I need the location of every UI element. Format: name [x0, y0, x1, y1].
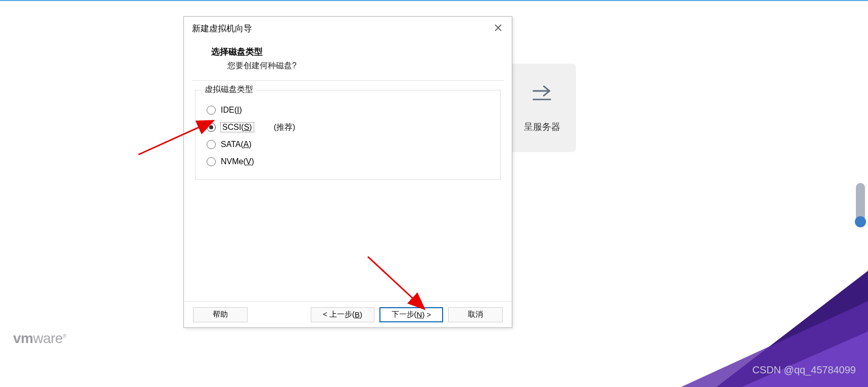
radio-scsi[interactable]: SCSI(S) (推荐) [207, 119, 491, 136]
radio-icon [207, 140, 216, 149]
bg-card-connect-server[interactable]: 呈服务器 [508, 64, 576, 152]
server-arrow-icon [531, 83, 553, 108]
dialog-title: 新建虚拟机向导 [192, 23, 252, 34]
page-subtext: 您要创建何种磁盘? [227, 61, 495, 71]
header-divider [192, 80, 504, 81]
cancel-button[interactable]: 取消 [448, 307, 503, 322]
radio-icon [207, 106, 216, 115]
back-button[interactable]: < 上一步(B) [311, 307, 374, 322]
right-scroll-indicator[interactable] [856, 183, 865, 224]
radio-scsi-hint: (推荐) [274, 122, 296, 133]
radio-ide-label: IDE(I) [221, 106, 242, 115]
radio-sata-label: SATA(A) [221, 140, 252, 149]
radio-icon [207, 123, 216, 132]
titlebar: 新建虚拟机向导 [184, 17, 512, 41]
wizard-header: 选择磁盘类型 您要创建何种磁盘? [184, 41, 512, 80]
bg-card-label: 呈服务器 [524, 121, 560, 133]
button-bar: 帮助 < 上一步(B) 下一步(N) > 取消 [184, 301, 512, 327]
radio-icon [207, 157, 216, 166]
disk-type-group: 虚拟磁盘类型 IDE(I) SCSI(S) (推荐) SATA(A) NVMe(… [195, 90, 501, 180]
top-border [0, 0, 868, 1]
radio-scsi-label: SCSI(S) [221, 123, 254, 132]
next-button[interactable]: 下一步(N) > [379, 307, 443, 322]
wizard-dialog: 新建虚拟机向导 选择磁盘类型 您要创建何种磁盘? 虚拟磁盘类型 IDE(I) S… [183, 16, 512, 328]
group-legend: 虚拟磁盘类型 [202, 84, 256, 95]
help-button[interactable]: 帮助 [193, 307, 248, 322]
radio-sata[interactable]: SATA(A) [207, 136, 491, 153]
vmware-logo: vmware® [13, 330, 66, 347]
radio-nvme[interactable]: NVMe(V) [207, 153, 491, 170]
page-heading: 选择磁盘类型 [211, 46, 495, 58]
close-button[interactable] [493, 23, 504, 34]
watermark-text: CSDN @qq_45784099 [752, 364, 856, 376]
close-icon [494, 24, 502, 34]
radio-ide[interactable]: IDE(I) [207, 102, 491, 119]
radio-nvme-label: NVMe(V) [221, 157, 254, 166]
